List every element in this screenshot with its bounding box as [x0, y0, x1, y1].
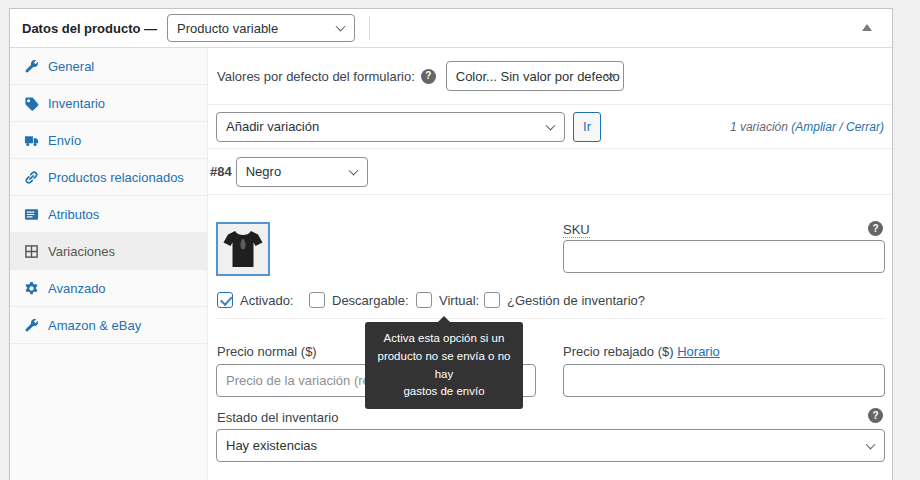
chevron-down-icon [336, 22, 346, 32]
downloadable-checkbox-group: Descargable: [309, 292, 409, 308]
wrench-icon [24, 59, 39, 74]
tab-general[interactable]: General [10, 48, 207, 85]
link-separator: / [836, 120, 846, 134]
tab-label: General [48, 59, 94, 74]
enabled-label: Activado: [240, 293, 293, 308]
panel-body: General Inventario Envío Productos relac… [10, 48, 892, 480]
tab-avanzado[interactable]: Avanzado [10, 270, 207, 307]
variation-header-row: #84 Negro [208, 149, 892, 195]
tab-label: Envío [48, 133, 81, 148]
sale-price-input[interactable] [563, 364, 885, 397]
tab-label: Amazon & eBay [48, 318, 141, 333]
variation-image-thumbnail[interactable] [216, 222, 270, 276]
sale-price-label-text: Precio rebajado ($) [563, 344, 674, 359]
chevron-down-icon [546, 120, 556, 130]
virtual-label: Virtual: [439, 293, 479, 308]
tab-envio[interactable]: Envío [10, 122, 207, 159]
downloadable-label: Descargable: [332, 293, 409, 308]
collapse-panel-button[interactable] [862, 24, 872, 31]
tab-atributos[interactable]: Atributos [10, 196, 207, 233]
tag-icon [24, 96, 39, 111]
help-icon[interactable]: ? [868, 221, 883, 236]
chevron-down-icon [348, 165, 358, 175]
stock-status-label: Estado del inventario [217, 410, 338, 425]
product-type-select[interactable]: Producto variable [167, 14, 355, 42]
variation-count: 1 variación [730, 120, 788, 134]
downloadable-checkbox[interactable] [309, 292, 325, 308]
sku-label: SKU [563, 222, 590, 238]
tab-label: Variaciones [48, 244, 115, 259]
default-attribute-value: Color... Sin valor por defecto [456, 69, 620, 84]
help-icon[interactable]: ? [868, 408, 883, 423]
product-data-panel: Datos del producto — Producto variable G… [9, 8, 893, 480]
variation-count-text: 1 variación (Ampliar / Cerrar) [730, 120, 884, 134]
truck-icon [24, 133, 39, 148]
variation-id: #84 [210, 164, 232, 179]
manage-stock-checkbox-group: ¿Gestión de inventario? [484, 292, 645, 308]
variations-tab-content: Valores por defecto del formulario: ? Co… [208, 48, 892, 480]
bulk-action-value: Añadir variación [226, 119, 319, 134]
tab-productos-relacionados[interactable]: Productos relacionados [10, 159, 207, 196]
expand-all-link[interactable]: Ampliar [795, 120, 836, 134]
tab-label: Avanzado [48, 281, 106, 296]
stock-status-value: Hay existencias [226, 438, 317, 453]
variations-toolbar: Añadir variación Ir 1 variación (Ampliar… [208, 105, 892, 149]
enabled-checkbox-group: Activado: [217, 292, 293, 308]
wrench-icon [24, 318, 39, 333]
list-card-icon [24, 207, 39, 222]
product-data-tabs: General Inventario Envío Productos relac… [10, 48, 208, 480]
divider [216, 318, 885, 319]
tab-label: Productos relacionados [48, 170, 184, 185]
default-form-values-row: Valores por defecto del formulario: ? Co… [208, 48, 892, 105]
manage-stock-label: ¿Gestión de inventario? [507, 293, 645, 308]
variation-attribute-select[interactable]: Negro [236, 157, 368, 187]
tshirt-image [218, 224, 268, 274]
go-button[interactable]: Ir [573, 112, 601, 142]
regular-price-label: Precio normal ($) [217, 344, 317, 359]
product-type-value: Producto variable [177, 21, 278, 36]
bulk-action-select[interactable]: Añadir variación [216, 112, 565, 142]
sale-price-label: Precio rebajado ($) Horario [563, 344, 720, 359]
default-form-values-label: Valores por defecto del formulario: [217, 69, 415, 84]
stock-status-select[interactable]: Hay existencias [216, 429, 885, 462]
gear-icon [24, 281, 39, 296]
paren-close: ) [880, 120, 884, 134]
close-all-link[interactable]: Cerrar [846, 120, 880, 134]
variation-options-row: Activado: Descargable: Virtual: ¿Gestión… [208, 292, 892, 318]
schedule-link[interactable]: Horario [677, 344, 720, 359]
help-icon[interactable]: ? [421, 69, 436, 84]
enabled-checkbox[interactable] [217, 292, 233, 308]
grid-icon [24, 244, 39, 259]
variation-attribute-value: Negro [246, 164, 281, 179]
sku-input[interactable] [563, 240, 885, 273]
manage-stock-checkbox[interactable] [484, 292, 500, 308]
panel-header: Datos del producto — Producto variable [10, 9, 892, 48]
tab-inventario[interactable]: Inventario [10, 85, 207, 122]
tab-label: Atributos [48, 207, 99, 222]
default-attribute-select[interactable]: Color... Sin valor por defecto [446, 61, 624, 91]
virtual-checkbox[interactable] [416, 292, 432, 308]
panel-title: Datos del producto — [22, 21, 157, 36]
tab-amazon-ebay[interactable]: Amazon & eBay [10, 307, 207, 344]
header-divider [369, 16, 370, 40]
tab-label: Inventario [48, 96, 105, 111]
link-icon [24, 170, 39, 185]
virtual-tooltip: Activa esta opción si un producto no se … [365, 322, 523, 409]
chevron-down-icon [866, 439, 876, 449]
tab-variaciones[interactable]: Variaciones [10, 233, 207, 270]
virtual-checkbox-group: Virtual: [416, 292, 479, 308]
